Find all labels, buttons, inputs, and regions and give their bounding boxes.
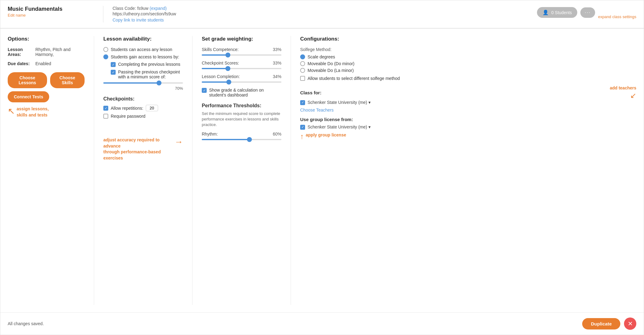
class-for-row: ✓ Schenker State University (me) ▾: [300, 100, 636, 105]
require-password-row[interactable]: Require password: [103, 114, 183, 119]
header-divider: [103, 6, 103, 22]
rhythm-slider-thumb[interactable]: [247, 137, 252, 142]
lesson-slider-container: 70%: [103, 82, 183, 91]
expand-class-settings-label: expand class settings: [598, 14, 636, 19]
add-teachers-annotation: add teachers ↙: [610, 85, 636, 100]
due-dates-label: Due dates:: [8, 61, 35, 66]
edit-name-link[interactable]: Edit name: [8, 13, 94, 18]
solfege-label-3: Moveable Do (La minor): [308, 68, 354, 73]
apply-group-label: apply group license: [306, 132, 346, 138]
lesson-checkboxes: ✓ Completing the previous lessons ✓ Pass…: [111, 62, 183, 79]
accuracy-label: adjust accuracy required to advancethrou…: [103, 137, 172, 161]
show-grade-label: Show grade & calculation on student's da…: [209, 88, 281, 97]
action-buttons: Choose Lessons Choose Skills Connect Tes…: [8, 72, 85, 102]
radio-any-lesson[interactable]: Students can access any lesson: [103, 47, 183, 52]
solfege-label-2: Moveable Do (Do minor): [308, 61, 355, 66]
rhythm-pct: 60%: [273, 132, 281, 136]
main-content: Options: Lesson Areas: Rhythm, Pitch and…: [0, 29, 644, 312]
allow-repetitions-row: ✓ Allow repetitions:: [103, 105, 183, 111]
lesson-completion-slider-track: [202, 81, 281, 83]
choose-skills-button[interactable]: Choose Skills: [50, 72, 85, 88]
skills-slider-fill: [202, 54, 228, 56]
skills-slider-thumb[interactable]: [225, 53, 230, 57]
skills-competence-pct: 33%: [273, 47, 281, 52]
assign-annotation: ↖ assign lessons,skills and tests: [8, 106, 85, 118]
checkpoint-slider-track: [202, 68, 281, 69]
lesson-completion-row: Lesson Completion: 34%: [202, 74, 281, 79]
footer: All changes saved. Duplicate ✕: [0, 312, 644, 335]
class-for-dropdown[interactable]: Schenker State University (me) ▾: [308, 100, 371, 105]
duplicate-button[interactable]: Duplicate: [582, 318, 620, 329]
radio-label-1: Students can access any lesson: [111, 47, 172, 52]
lesson-slider-value: 70%: [103, 86, 183, 91]
copy-link[interactable]: Copy link to invite students: [113, 18, 537, 22]
radio-circle-1: [103, 47, 108, 52]
arrow-down-left-icon: ↙: [630, 91, 636, 100]
solfege-moveable-la[interactable]: Moveable Do (La minor): [300, 68, 636, 73]
radio-gain-access[interactable]: Students gain access to lessons by:: [103, 54, 183, 59]
add-teachers-label: add teachers: [610, 85, 636, 91]
checkbox-completing[interactable]: ✓ Completing the previous lessons: [111, 62, 183, 67]
allow-reps-label: Allow repetitions:: [111, 106, 143, 111]
grade-weighting-title: Set grade weighting:: [202, 36, 281, 42]
allow-solfege-checkbox: [300, 76, 305, 81]
radio-label-2: Students gain access to lessons by:: [111, 54, 179, 59]
rhythm-slider-track: [202, 139, 281, 140]
checkpoint-scores-label: Checkpoint Scores:: [202, 61, 239, 65]
choose-teachers-link[interactable]: Choose Teachers: [300, 108, 636, 112]
rhythm-label: Rhythm:: [202, 132, 218, 136]
show-grade-row[interactable]: ✓ Show grade & calculation on student's …: [202, 88, 281, 97]
arrow-right-icon: →: [174, 137, 183, 147]
lesson-areas-row: Lesson Areas: Rhythm, Pitch and Harmony,: [8, 47, 85, 57]
checkpoint-scores-pct: 33%: [273, 61, 281, 65]
students-count: 0 Students: [551, 10, 572, 15]
lesson-availability-title: Lesson availability:: [103, 36, 183, 42]
arrow-up-icon: ↖: [8, 106, 15, 116]
arrow-up-icon-2: ↑: [300, 132, 304, 141]
radio-circle-2: [103, 54, 108, 59]
solfege-scale-degrees[interactable]: Scale degrees: [300, 54, 636, 59]
choose-lessons-button[interactable]: Choose Lessons: [8, 72, 47, 88]
use-group-row: ✓ Schenker State University (me) ▾: [300, 124, 636, 130]
lesson-radio-group: Students can access any lesson Students …: [103, 47, 183, 91]
accuracy-annotation: adjust accuracy required to advancethrou…: [103, 137, 183, 161]
expand-link[interactable]: (expand): [150, 6, 167, 11]
allow-reps-input[interactable]: [146, 105, 158, 111]
show-grade-checkbox: ✓: [202, 88, 207, 93]
more-options-button[interactable]: ···: [580, 7, 595, 18]
lesson-slider-thumb[interactable]: [157, 81, 161, 85]
checkpoint-slider-thumb[interactable]: [225, 66, 230, 71]
skills-competence-row: Skills Competence: 33%: [202, 47, 281, 52]
connect-tests-button[interactable]: Connect Tests: [8, 91, 49, 102]
use-group-dropdown[interactable]: Schenker State University (me) ▾: [308, 124, 371, 129]
rhythm-item: Rhythm: 60%: [202, 132, 281, 140]
class-code-row: Class Code: fs9uw (expand): [113, 6, 537, 11]
require-password-checkbox: [103, 114, 108, 119]
assign-label: assign lessons,skills and tests: [17, 106, 49, 118]
due-dates-value: Enabled: [35, 61, 51, 66]
rhythm-row: Rhythm: 60%: [202, 132, 281, 136]
checkbox-passing[interactable]: ✓ Passing the previous checkpoint with a…: [111, 69, 183, 79]
allow-solfege-row[interactable]: Allow students to select different solfe…: [300, 76, 636, 81]
solfege-radio-2: [300, 61, 305, 66]
solfege-radio-3: [300, 68, 305, 73]
configurations-title: Configurations:: [300, 36, 636, 42]
rhythm-slider-fill: [202, 139, 249, 140]
allow-reps-checkbox[interactable]: ✓: [103, 106, 108, 111]
students-button[interactable]: 👤 0 Students: [537, 7, 577, 18]
page-title: Music Fundamentals: [8, 6, 94, 12]
class-for-title: Class for:: [300, 90, 321, 95]
checkbox-passing-label: Passing the previous checkpoint with a m…: [118, 69, 183, 79]
lesson-completion-item: Lesson Completion: 34%: [202, 74, 281, 83]
lesson-completion-slider-thumb[interactable]: [226, 80, 231, 85]
delete-button[interactable]: ✕: [624, 317, 636, 330]
class-for-header: Class for: add teachers ↙: [300, 85, 636, 100]
lesson-completion-label: Lesson Completion:: [202, 74, 240, 79]
checkpoint-scores-item: Checkpoint Scores: 33%: [202, 61, 281, 69]
lesson-availability-column: Lesson availability: Students can access…: [94, 36, 192, 305]
class-for-checkbox[interactable]: ✓: [300, 100, 305, 105]
use-group-checkbox[interactable]: ✓: [300, 125, 305, 130]
use-group-title: Use group license from:: [300, 117, 636, 122]
solfege-moveable-do[interactable]: Moveable Do (Do minor): [300, 61, 636, 66]
solfege-method-label: Solfege Method:: [300, 47, 636, 52]
